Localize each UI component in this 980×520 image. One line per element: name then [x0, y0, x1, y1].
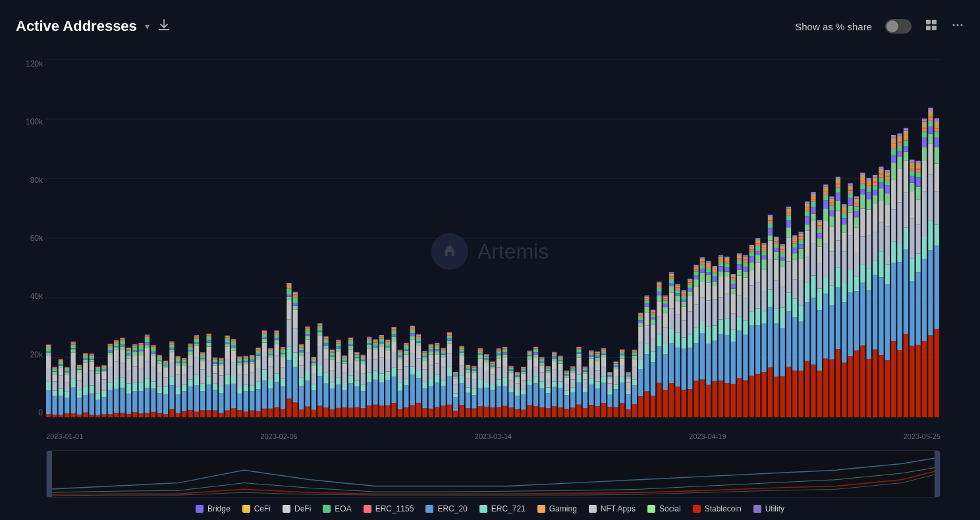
svg-rect-578 — [348, 363, 353, 375]
svg-rect-1445 — [805, 209, 809, 211]
svg-rect-937 — [539, 372, 544, 381]
svg-rect-1021 — [583, 367, 587, 367]
svg-rect-1532 — [848, 183, 853, 185]
svg-rect-1654 — [916, 272, 921, 345]
svg-rect-0 — [926, 20, 931, 24]
svg-rect-1370 — [768, 235, 773, 240]
svg-rect-475 — [293, 303, 298, 306]
legend-label-eoa: EOA — [335, 504, 351, 513]
svg-rect-1359 — [761, 256, 766, 260]
svg-rect-1108 — [632, 353, 637, 355]
svg-rect-1471 — [817, 222, 822, 225]
svg-rect-623 — [373, 371, 377, 380]
svg-rect-1685 — [928, 118, 933, 120]
svg-rect-884 — [508, 370, 513, 371]
legend-dot-bridge — [196, 505, 204, 513]
svg-rect-61 — [71, 350, 76, 352]
minimap-handle-left[interactable] — [47, 451, 52, 497]
svg-rect-1141 — [651, 325, 655, 338]
svg-rect-60 — [71, 352, 76, 365]
svg-rect-1134 — [645, 298, 649, 299]
svg-rect-1153 — [657, 301, 661, 317]
svg-rect-222 — [157, 357, 162, 360]
svg-rect-943 — [539, 357, 544, 358]
grid-icon[interactable] — [925, 18, 938, 35]
svg-rect-1211 — [688, 334, 692, 348]
svg-rect-1290 — [724, 261, 729, 261]
svg-rect-1034 — [595, 406, 600, 417]
svg-rect-620 — [367, 337, 371, 338]
svg-rect-625 — [373, 350, 377, 359]
minimap-handle-right[interactable] — [935, 451, 940, 497]
svg-rect-631 — [373, 340, 377, 341]
svg-rect-1038 — [595, 361, 600, 370]
svg-rect-29 — [52, 381, 57, 390]
svg-rect-1389 — [780, 377, 785, 417]
svg-rect-1443 — [805, 217, 809, 224]
svg-rect-252 — [176, 365, 180, 374]
svg-rect-1116 — [638, 342, 643, 359]
svg-rect-263 — [182, 375, 186, 385]
svg-rect-1676 — [922, 118, 927, 121]
svg-rect-542 — [330, 382, 335, 389]
svg-rect-1300 — [731, 280, 736, 284]
svg-rect-955 — [546, 366, 551, 367]
svg-rect-1620 — [897, 202, 902, 244]
svg-rect-1652 — [910, 160, 914, 163]
svg-rect-655 — [385, 340, 390, 342]
svg-rect-1031 — [589, 352, 593, 353]
svg-rect-1447 — [805, 203, 809, 207]
svg-rect-391 — [250, 361, 254, 364]
svg-rect-1689 — [935, 329, 939, 417]
download-icon[interactable] — [157, 18, 171, 35]
svg-rect-909 — [521, 367, 526, 368]
svg-rect-901 — [521, 394, 526, 409]
svg-rect-148 — [120, 347, 124, 350]
svg-rect-708 — [416, 358, 421, 370]
svg-rect-520 — [317, 335, 322, 346]
svg-rect-1046 — [601, 383, 606, 403]
svg-rect-1025 — [589, 378, 593, 384]
svg-rect-195 — [145, 348, 150, 361]
svg-rect-1422 — [792, 240, 797, 241]
svg-rect-922 — [533, 406, 538, 417]
svg-rect-736 — [429, 346, 433, 348]
share-toggle[interactable] — [885, 19, 912, 34]
svg-rect-945 — [546, 408, 551, 417]
svg-rect-518 — [317, 364, 322, 376]
svg-rect-1164 — [663, 327, 668, 344]
svg-rect-258 — [176, 356, 180, 357]
svg-rect-845 — [490, 385, 495, 390]
svg-rect-1160 — [657, 282, 661, 283]
svg-rect-1198 — [682, 349, 686, 390]
svg-rect-142 — [114, 340, 119, 341]
svg-rect-1418 — [792, 253, 797, 260]
svg-rect-345 — [225, 344, 230, 347]
svg-rect-966 — [552, 352, 557, 353]
svg-rect-602 — [361, 364, 366, 374]
svg-rect-309 — [207, 360, 211, 377]
minimap[interactable] — [46, 450, 940, 498]
svg-rect-467 — [286, 284, 291, 286]
legend-label-stablecoin: Stablecoin — [705, 504, 742, 513]
svg-rect-1281 — [724, 383, 729, 417]
svg-rect-1056 — [601, 348, 606, 349]
svg-rect-1352 — [755, 238, 760, 240]
svg-rect-1224 — [694, 305, 698, 328]
svg-rect-1050 — [601, 355, 606, 357]
svg-rect-422 — [268, 388, 273, 409]
svg-rect-259 — [176, 356, 180, 357]
svg-rect-287 — [194, 344, 199, 346]
svg-rect-1388 — [774, 237, 778, 238]
svg-rect-1399 — [780, 246, 785, 249]
chevron-down-icon[interactable]: ▾ — [145, 21, 150, 32]
legend-item-erc721: ERC_721 — [479, 504, 526, 513]
svg-rect-1129 — [645, 313, 649, 326]
svg-rect-1567 — [867, 180, 871, 184]
svg-rect-1533 — [854, 350, 859, 417]
svg-rect-55 — [65, 367, 69, 368]
svg-rect-1039 — [595, 358, 600, 361]
svg-rect-748 — [435, 345, 439, 346]
svg-rect-546 — [330, 355, 335, 357]
more-options-icon[interactable] — [951, 18, 964, 35]
